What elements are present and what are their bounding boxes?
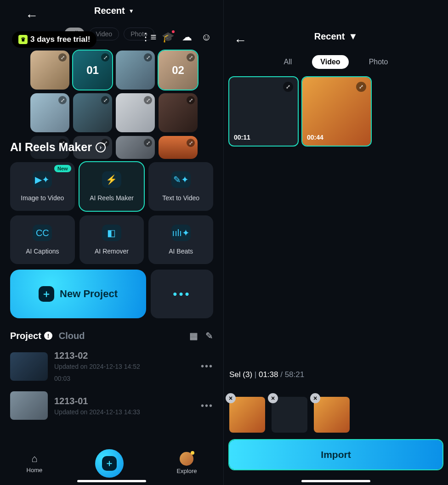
home-indicator [77, 480, 146, 482]
media-tile[interactable]: ⤢ [73, 93, 112, 132]
bolt-icon: ⚡ [102, 171, 121, 188]
home-icon: ⌂ [31, 453, 37, 465]
project-title: 1213-02 [54, 350, 194, 361]
smile-icon[interactable]: ☺ [200, 31, 212, 43]
ai-card-label: Text to Video [162, 194, 199, 202]
pencil-sparkle-icon: ✎✦ [171, 171, 191, 188]
media-tile[interactable]: ⤢ [116, 93, 155, 132]
total-duration: / 58:21 [278, 370, 305, 379]
project-row[interactable]: 1213-01 Updated on 2024-12-13 14:33 ••• [10, 387, 213, 424]
ai-card-text-to-video[interactable]: ✎✦ Text to Video [148, 162, 213, 211]
eraser-icon: ◧ [102, 225, 121, 241]
media-tile[interactable]: 02⤢ [159, 51, 198, 90]
expand-icon[interactable]: ⤢ [187, 96, 195, 104]
selected-clip[interactable]: × [272, 397, 307, 433]
selected-clip[interactable]: × [229, 397, 265, 433]
expand-icon[interactable]: ⤢ [101, 53, 109, 62]
ai-card-beats[interactable]: ıılı✦ AI Beats [148, 215, 213, 264]
chevron-down-icon: ▼ [129, 8, 134, 14]
trial-badge[interactable]: ♛ 3 days free trial! [12, 31, 96, 48]
list-sparkle-icon[interactable]: ⋮≡ [142, 31, 154, 43]
project-duration: 00:03 [54, 375, 194, 382]
chevron-down-icon: ▼ [348, 31, 357, 42]
video-tile[interactable]: ⤢ 00:44 [302, 77, 371, 146]
remove-icon[interactable]: × [268, 393, 278, 403]
play-sparkle-icon: ▶✦ [33, 171, 52, 188]
import-button[interactable]: Import [229, 440, 442, 469]
new-project-button[interactable]: ＋ New Project [10, 270, 146, 318]
ai-card-label: AI Remover [95, 248, 129, 255]
tab-project-label: Project [10, 331, 41, 341]
more-button[interactable]: ••• [151, 270, 213, 318]
project-updated: Updated on 2024-12-13 14:52 [54, 363, 194, 370]
expand-icon[interactable]: ⤢ [356, 82, 366, 92]
project-row[interactable]: 1213-02 Updated on 2024-12-13 14:52 00:0… [10, 346, 213, 387]
project-thumb [10, 352, 48, 381]
recent-dropdown[interactable]: Recent ▼ [94, 6, 134, 16]
section-title-text: AI Reels Maker [10, 141, 92, 154]
media-tile[interactable]: 01⤢ [73, 51, 112, 90]
nav-explore-label: Explore [176, 468, 197, 474]
expand-icon[interactable]: ⤢ [101, 96, 109, 104]
nav-explore[interactable]: Explore [176, 452, 197, 474]
plus-icon: ＋ [102, 456, 117, 471]
avatar-icon [180, 452, 193, 466]
bottom-nav: ⌂ Home ＋ Explore [0, 441, 223, 485]
new-badge: New [54, 165, 71, 172]
remove-icon[interactable]: × [226, 393, 236, 403]
project-updated: Updated on 2024-12-13 14:33 [54, 408, 194, 416]
video-duration: 00:11 [234, 134, 250, 141]
info-icon: ! [44, 332, 52, 340]
back-arrow[interactable]: ← [234, 33, 247, 48]
expand-icon[interactable]: ⤢ [58, 53, 67, 62]
grid-icon[interactable]: ▦ [189, 330, 198, 341]
filter-video[interactable]: Video [312, 55, 348, 69]
cloud-icon[interactable]: ☁ [181, 31, 193, 43]
recent-label: Recent [314, 31, 345, 42]
remove-icon[interactable]: × [310, 393, 320, 403]
nav-home-label: Home [27, 467, 43, 474]
expand-icon[interactable]: ⤢ [283, 82, 293, 92]
expand-icon[interactable]: ⤢ [187, 53, 195, 62]
ai-card-image-to-video[interactable]: New ▶✦ Image to Video [10, 162, 75, 211]
media-tile[interactable]: ⤢ [159, 93, 198, 132]
new-project-label: New Project [60, 288, 118, 300]
nav-home[interactable]: ⌂ Home [27, 453, 43, 474]
tab-cloud[interactable]: Cloud [59, 331, 85, 341]
ai-card-remover[interactable]: ◧ AI Remover [79, 215, 144, 264]
project-menu-icon[interactable]: ••• [201, 400, 213, 411]
media-tile[interactable]: ⤢ [30, 93, 69, 132]
expand-icon[interactable]: ⤢ [58, 96, 67, 104]
ai-card-label: Image to Video [21, 194, 64, 202]
ai-card-label: AI Reels Maker [90, 194, 134, 202]
recent-dropdown[interactable]: Recent ▼ [314, 31, 358, 42]
media-tile[interactable]: ⤢ [30, 51, 69, 90]
media-tile[interactable]: ⤢ [116, 51, 155, 90]
expand-icon[interactable]: ⤢ [144, 96, 152, 104]
home-indicator [301, 480, 370, 482]
selected-clip[interactable]: × [314, 397, 350, 433]
section-ai-reels-header[interactable]: AI Reels Maker › [10, 141, 213, 154]
filter-all[interactable]: All [276, 55, 301, 69]
import-label: Import [321, 449, 351, 460]
project-title: 1213-01 [54, 396, 194, 406]
filter-photo[interactable]: Photo [361, 55, 397, 69]
video-duration: 00:44 [307, 134, 323, 141]
recent-label: Recent [94, 6, 125, 16]
ai-card-captions[interactable]: CC AI Captions [10, 215, 75, 264]
edit-icon[interactable]: ✎ [205, 330, 213, 341]
video-tile[interactable]: ⤢ 00:11 [229, 77, 298, 146]
ai-card-reels-maker[interactable]: ⚡ AI Reels Maker [79, 162, 144, 211]
project-thumb [10, 391, 48, 420]
selected-count: Sel (3) [229, 370, 252, 379]
back-arrow[interactable]: ← [25, 8, 38, 23]
selected-duration: 01:38 [259, 370, 278, 379]
expand-icon[interactable]: ⤢ [144, 53, 152, 62]
project-menu-icon[interactable]: ••• [201, 361, 213, 372]
crown-icon: ♛ [18, 35, 28, 44]
trial-text: 3 days free trial! [30, 35, 90, 44]
nav-create-button[interactable]: ＋ [95, 449, 124, 478]
cc-icon: CC [33, 225, 52, 241]
tab-project[interactable]: Project ! [10, 331, 52, 341]
graduation-icon[interactable]: 🎓 [162, 31, 174, 43]
